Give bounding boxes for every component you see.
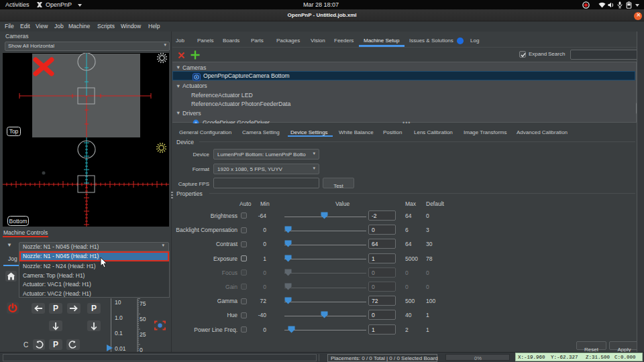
svg-text:Top: Top [9,128,19,135]
svg-text:Bottom: Bottom [9,218,28,225]
